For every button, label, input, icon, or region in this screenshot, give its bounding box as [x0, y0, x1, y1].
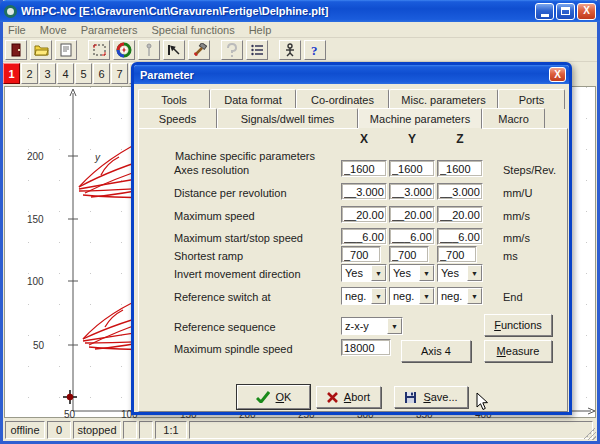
input-ramp-x[interactable]: [341, 246, 381, 263]
tool-5-button[interactable]: 5: [75, 63, 92, 84]
save-button[interactable]: Save...: [394, 386, 468, 408]
tools-icon[interactable]: [188, 40, 210, 60]
tool-7-button[interactable]: 7: [111, 63, 128, 84]
status-bar: offline 0 stopped 1:1: [3, 419, 597, 441]
chevron-down-icon[interactable]: ▼: [467, 288, 482, 304]
tab-ports[interactable]: Ports: [498, 89, 565, 109]
input-max-speed-z[interactable]: [437, 206, 483, 223]
select-area-icon[interactable]: [88, 40, 110, 60]
start-icon[interactable]: [113, 40, 135, 60]
status-count: 0: [47, 421, 71, 439]
input-spindle-speed[interactable]: [341, 339, 391, 356]
x-icon: [327, 392, 338, 403]
machine-specific-groupbox-label: Machine specific parameters: [172, 150, 318, 162]
menu-move[interactable]: Move: [40, 24, 67, 36]
status-connection: offline: [5, 421, 45, 439]
tool-3-button[interactable]: 3: [39, 63, 56, 84]
unit-max-speed: mm/s: [503, 210, 530, 222]
axis4-button[interactable]: Axis 4: [401, 340, 471, 362]
joblist-icon[interactable]: [246, 40, 268, 60]
exit-icon[interactable]: [5, 40, 27, 60]
ok-button[interactable]: OK: [237, 385, 310, 409]
tool-4-button[interactable]: 4: [57, 63, 74, 84]
maximize-button[interactable]: [556, 3, 575, 20]
column-header-z: Z: [437, 132, 483, 146]
input-start-stop-x[interactable]: [341, 228, 387, 245]
tab-signals-dwell-times[interactable]: Signals/dwell times: [217, 108, 358, 128]
tab-misc-parameters[interactable]: Misc. parameters: [389, 89, 498, 109]
close-button[interactable]: X: [577, 3, 596, 20]
chevron-down-icon[interactable]: ▼: [371, 265, 386, 281]
dialog-tabs-row2: Speeds Signals/dwell times Machine param…: [138, 108, 565, 128]
title-bar: WinPC-NC [E:\Gravuren\Cut\Gravuren\Ferti…: [0, 0, 600, 22]
chevron-down-icon[interactable]: ▼: [467, 265, 482, 281]
chevron-down-icon[interactable]: ▼: [371, 288, 386, 304]
dialog-title-bar: Parameter X: [134, 65, 569, 84]
input-axes-resolution-y[interactable]: [389, 160, 435, 177]
minimize-button[interactable]: [535, 3, 554, 20]
functions-button[interactable]: Functions: [484, 314, 552, 336]
tool-6-button[interactable]: 6: [93, 63, 110, 84]
tab-speeds[interactable]: Speeds: [138, 108, 217, 128]
menu-special-functions[interactable]: Special functions: [152, 24, 235, 36]
app-logo-icon: [4, 5, 17, 18]
pin-icon[interactable]: [138, 40, 160, 60]
teachin-icon[interactable]: [279, 40, 301, 60]
menu-file[interactable]: File: [8, 24, 26, 36]
tool-1-button[interactable]: 1: [3, 63, 20, 84]
select-invert-x[interactable]: Yes▼: [341, 264, 387, 282]
input-max-speed-y[interactable]: [389, 206, 435, 223]
input-distance-x[interactable]: [341, 183, 387, 200]
tab-data-format[interactable]: Data format: [210, 89, 296, 109]
y-tick-100: 100: [27, 276, 44, 287]
check-icon: [256, 391, 270, 403]
reference-move-icon[interactable]: [163, 40, 185, 60]
dialog-close-icon[interactable]: X: [549, 67, 566, 82]
redraw-icon[interactable]: [221, 40, 243, 60]
floppy-disk-icon: [404, 391, 417, 404]
select-ref-switch-x[interactable]: neg.▼: [341, 287, 387, 305]
input-ramp-y[interactable]: [389, 246, 429, 263]
abort-button[interactable]: Abort: [316, 386, 381, 408]
input-distance-z[interactable]: [437, 183, 483, 200]
open-file-icon[interactable]: [30, 40, 52, 60]
select-reference-sequence[interactable]: z-x-y▼: [341, 317, 403, 335]
label-maximum-speed: Maximum speed: [174, 210, 255, 222]
label-start-stop-speed: Maximum start/stop speed: [174, 232, 303, 244]
menu-bar: File Move Parameters Special functions H…: [3, 22, 597, 38]
menu-parameters[interactable]: Parameters: [81, 24, 138, 36]
input-axes-resolution-z[interactable]: [437, 160, 483, 177]
measure-button[interactable]: Measure: [484, 340, 552, 362]
dialog-tabs-row1: Tools Data format Co-ordinates Misc. par…: [138, 89, 565, 109]
input-distance-y[interactable]: [389, 183, 435, 200]
select-ref-switch-y[interactable]: neg.▼: [389, 287, 435, 305]
y-tick-200: 200: [27, 151, 44, 162]
tool-2-button[interactable]: 2: [21, 63, 38, 84]
tab-co-ordinates[interactable]: Co-ordinates: [296, 89, 389, 109]
dialog-title: Parameter: [140, 69, 549, 81]
select-invert-y[interactable]: Yes▼: [389, 264, 435, 282]
chevron-down-icon[interactable]: ▼: [419, 265, 434, 281]
tab-machine-parameters[interactable]: Machine parameters: [358, 108, 482, 129]
status-zoom: 1:1: [155, 421, 187, 439]
input-axes-resolution-x[interactable]: [341, 160, 387, 177]
label-invert-direction: Invert movement direction: [174, 268, 301, 280]
tab-tools[interactable]: Tools: [138, 89, 210, 109]
input-ramp-z[interactable]: [437, 246, 477, 263]
status-state: stopped: [73, 421, 121, 439]
tab-macro[interactable]: Macro: [482, 108, 545, 128]
file-info-icon[interactable]: [55, 40, 77, 60]
help-icon[interactable]: ?: [304, 40, 326, 60]
menu-help[interactable]: Help: [249, 24, 272, 36]
chevron-down-icon[interactable]: ▼: [387, 318, 402, 334]
column-header-y: Y: [389, 132, 435, 146]
select-ref-switch-z[interactable]: neg.▼: [437, 287, 483, 305]
y-tick-50: 50: [33, 340, 45, 351]
input-start-stop-y[interactable]: [389, 228, 435, 245]
input-max-speed-x[interactable]: [341, 206, 387, 223]
unit-axes-resolution: Steps/Rev.: [503, 164, 556, 176]
resize-grip[interactable]: [584, 428, 596, 440]
chevron-down-icon[interactable]: ▼: [419, 288, 434, 304]
select-invert-z[interactable]: Yes▼: [437, 264, 483, 282]
input-start-stop-z[interactable]: [437, 228, 483, 245]
